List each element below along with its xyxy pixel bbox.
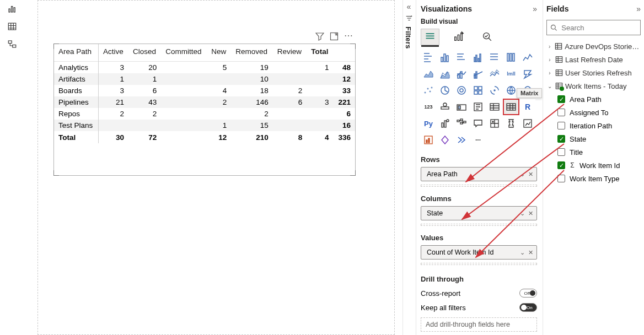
cell[interactable]: 1 — [307, 62, 333, 74]
viz-type-0[interactable] — [421, 50, 436, 65]
viz-type-1[interactable] — [437, 50, 453, 65]
viz-type-24[interactable] — [470, 99, 486, 115]
cell[interactable]: 3 — [99, 62, 128, 74]
column-header[interactable]: Active — [99, 44, 128, 62]
viz-type-31[interactable] — [470, 116, 486, 131]
viz-type-14[interactable] — [421, 83, 436, 98]
cell[interactable] — [128, 120, 161, 131]
cell[interactable]: 221 — [334, 96, 355, 108]
focus-icon[interactable] — [330, 32, 339, 41]
viz-type-16[interactable] — [454, 83, 469, 98]
table-node[interactable]: ›Last Refresh Date — [546, 53, 641, 66]
filters-pane-collapsed[interactable]: « Filters — [402, 0, 415, 335]
chevron-right-icon[interactable]: › — [546, 57, 553, 63]
tab-format-visual[interactable] — [449, 29, 468, 45]
cell[interactable] — [161, 73, 207, 85]
cell[interactable]: 33 — [334, 85, 355, 96]
cell[interactable] — [307, 85, 333, 96]
viz-type-3[interactable] — [470, 50, 486, 65]
cell[interactable] — [161, 120, 207, 131]
viz-type-23[interactable] — [454, 99, 469, 115]
report-view-icon[interactable] — [0, 0, 24, 18]
cross-report-toggle[interactable]: Off — [519, 289, 537, 298]
viz-type-15[interactable] — [437, 83, 453, 98]
report-canvas[interactable]: ⋯ Area PathActiveClosedCommittedNewRemov… — [37, 0, 395, 335]
cell[interactable]: 18 — [231, 85, 272, 96]
cell[interactable] — [161, 85, 207, 96]
cell[interactable] — [207, 73, 231, 85]
viz-type-30[interactable] — [454, 116, 469, 131]
field-checkbox[interactable] — [557, 109, 565, 116]
remove-field-icon[interactable]: ✕ — [528, 210, 533, 217]
row-label[interactable]: Artifacts — [54, 73, 99, 85]
cell[interactable]: 2 — [207, 96, 231, 108]
row-label[interactable]: Repos — [54, 108, 99, 120]
cell[interactable] — [307, 108, 333, 120]
tab-analytics[interactable] — [478, 29, 497, 45]
viz-type-29[interactable] — [437, 116, 453, 131]
cell[interactable]: 19 — [231, 62, 272, 74]
column-header[interactable]: Committed — [161, 44, 207, 62]
chevron-down-icon[interactable]: ⌄ — [546, 83, 553, 89]
cell[interactable]: 3 — [307, 96, 333, 108]
drill-through-dropzone[interactable]: Add drill-through fields here — [421, 317, 537, 332]
viz-type-33[interactable] — [503, 116, 519, 131]
field-item[interactable]: ✓State — [546, 132, 641, 145]
viz-type-7[interactable] — [421, 66, 436, 82]
cell[interactable]: 10 — [231, 73, 272, 85]
table-node[interactable]: ⌄Work Items - Today — [546, 79, 641, 93]
cell[interactable] — [273, 62, 307, 74]
fields-search[interactable] — [546, 20, 641, 35]
viz-type-2[interactable] — [454, 50, 469, 65]
viz-type-10[interactable] — [470, 66, 486, 82]
viz-type-matrix[interactable]: Matrix — [503, 99, 519, 115]
field-item[interactable]: ✓Area Path — [546, 93, 641, 106]
cell[interactable]: 16 — [334, 120, 355, 131]
chevron-down-icon[interactable]: ⌄ — [520, 210, 525, 217]
cell[interactable]: 4 — [207, 85, 231, 96]
cell[interactable]: 2 — [99, 108, 128, 120]
viz-type-5[interactable] — [503, 50, 519, 65]
viz-type-8[interactable] — [437, 66, 453, 82]
field-item[interactable]: Work Item Type — [546, 172, 641, 185]
values-field-chip[interactable]: Count of Work Item Id ⌄✕ — [421, 245, 537, 260]
resize-handle[interactable] — [53, 170, 59, 176]
field-checkbox[interactable] — [557, 122, 565, 129]
cell[interactable]: 6 — [128, 85, 161, 96]
keep-filters-toggle[interactable]: On — [519, 303, 537, 312]
model-view-icon[interactable] — [0, 35, 24, 53]
cell[interactable]: 3 — [99, 85, 128, 96]
cell[interactable]: 20 — [128, 62, 161, 74]
cell[interactable] — [307, 120, 333, 131]
cell[interactable] — [273, 73, 307, 85]
viz-more[interactable]: ··· — [470, 132, 486, 148]
collapse-fields-icon[interactable]: » — [636, 4, 641, 13]
cell[interactable] — [273, 120, 307, 131]
cell[interactable] — [161, 108, 207, 120]
viz-type-27[interactable]: R — [520, 99, 535, 115]
more-options-icon[interactable]: ⋯ — [344, 32, 353, 41]
column-header[interactable]: Total — [307, 44, 333, 62]
field-checkbox[interactable]: ✓ — [557, 95, 565, 103]
resize-handle[interactable] — [53, 44, 59, 49]
cell[interactable]: 21 — [99, 96, 128, 108]
field-item[interactable]: Iteration Path — [546, 119, 641, 132]
chevron-right-icon[interactable]: › — [546, 44, 552, 50]
viz-type-32[interactable] — [487, 116, 502, 131]
field-checkbox[interactable]: ✓ — [557, 135, 565, 143]
column-header[interactable]: Closed — [128, 44, 161, 62]
remove-field-icon[interactable]: ✕ — [528, 249, 533, 256]
row-label[interactable]: Pipelines — [54, 96, 99, 108]
cell[interactable]: 12 — [334, 73, 355, 85]
cell[interactable]: 6 — [273, 96, 307, 108]
row-header[interactable]: Area Path — [54, 44, 99, 62]
cell[interactable] — [99, 120, 128, 131]
field-checkbox[interactable] — [557, 175, 565, 182]
cell[interactable] — [307, 73, 333, 85]
cell[interactable]: 2 — [231, 108, 272, 120]
viz-type-37[interactable] — [454, 132, 469, 148]
cell[interactable]: 2 — [273, 85, 307, 96]
chevron-down-icon[interactable]: ⌄ — [520, 171, 525, 178]
viz-type-9[interactable] — [454, 66, 469, 82]
table-node[interactable]: ›Azure DevOps Stories -... — [546, 40, 641, 53]
